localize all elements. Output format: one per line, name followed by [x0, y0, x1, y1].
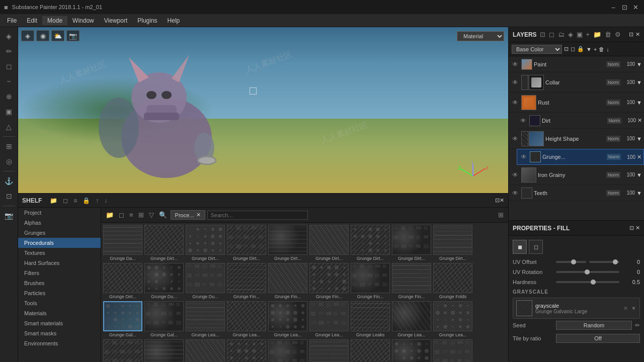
shelf-grid-item-30[interactable]: Grunge Ma... — [227, 339, 266, 362]
shelf-cat-tools[interactable]: Tools — [18, 298, 101, 308]
shelf-grid-item-9[interactable]: Grunge Dirt... — [103, 263, 142, 299]
channel-icon-3[interactable]: 🔒 — [577, 46, 584, 52]
layer-paint-blend[interactable]: Norm — [606, 61, 620, 67]
shelf-grid-item-21[interactable]: Grunge Lea... — [227, 301, 266, 337]
shelf-cat-smart-materials[interactable]: Smart materials — [18, 318, 101, 328]
tool-fill[interactable]: ▣ — [2, 105, 16, 119]
layer-dirt-del[interactable]: ✕ — [637, 117, 642, 124]
view-sphere-btn[interactable]: ◉ — [36, 30, 49, 41]
uv-offset-handle-x[interactable] — [571, 259, 576, 264]
channel-icon-1[interactable]: ⊡ — [564, 46, 569, 52]
layers-expand-icon[interactable]: ⊡ — [629, 31, 633, 38]
shelf-tb-grid[interactable]: ≡ — [128, 210, 135, 220]
shelf-grid-item-25[interactable]: Grunge Lea... — [392, 301, 431, 337]
view-cam-btn[interactable]: 📷 — [66, 30, 79, 41]
shelf-expand-icon[interactable]: ⊡ — [495, 197, 500, 204]
layer-height-blend[interactable]: Norm — [606, 136, 620, 142]
viewport[interactable]: 人人素材社区 人人素材社区 人人素材社区 人人素材社区 — [18, 27, 508, 193]
menu-plugins[interactable]: Plugins — [132, 16, 162, 25]
shelf-tb-list[interactable]: ◻ — [117, 210, 126, 220]
shelf-tb-folder[interactable]: 📁 — [104, 210, 115, 220]
hardness-track[interactable] — [556, 281, 619, 283]
shelf-grid-item-1[interactable]: Grunge Dirt... — [144, 225, 184, 261]
menu-file[interactable]: File — [2, 16, 22, 25]
shelf-grid-item-34[interactable]: Grunge Gri... — [392, 339, 431, 362]
shelf-grid-item-11[interactable]: Grunge Du... — [186, 263, 225, 299]
shelf-grid-item-12[interactable]: Grunge Fin... — [227, 263, 266, 299]
props-icon-close[interactable]: ✕ — [635, 225, 640, 231]
layer-grunge-del[interactable]: ✕ — [637, 154, 641, 160]
tool-geometry[interactable]: △ — [2, 120, 16, 134]
shelf-grid-item-0[interactable]: Grunge Da... — [103, 225, 142, 261]
material-dropdown[interactable]: Material Albedo Roughness Metallic Norma… — [457, 31, 504, 41]
props-icon-expand[interactable]: ⊡ — [629, 225, 634, 231]
uv-rotation-handle[interactable] — [585, 269, 590, 275]
shelf-lock-icon[interactable]: 🔒 — [80, 196, 92, 205]
shelf-grid-item-2[interactable]: Grunge Dirt... — [186, 225, 225, 261]
shelf-cat-alphas[interactable]: Alphas — [18, 218, 101, 228]
layer-delete-icon[interactable]: 🗑 — [604, 30, 612, 39]
close-button[interactable]: ✕ — [631, 3, 640, 12]
shelf-grid-item-16[interactable]: Grunge Fin... — [392, 263, 431, 299]
shelf-active-tab[interactable]: Proce... ✕ — [171, 210, 205, 220]
layer-paint[interactable]: 👁 Paint Norm 100 ▼ — [509, 56, 644, 72]
shelf-cat-particles[interactable]: Particles — [18, 288, 101, 298]
tool-camera[interactable]: 📷 — [2, 209, 16, 223]
shelf-tab-close[interactable]: ✕ — [196, 212, 201, 218]
shelf-cat-grunges[interactable]: Grunges — [18, 228, 101, 238]
shelf-view-toggle[interactable]: ⊞ — [497, 210, 505, 220]
shelf-cat-brushes[interactable]: Brushes — [18, 278, 101, 288]
shelf-export-icon[interactable]: ↓ — [102, 196, 109, 205]
shelf-grid-item-29[interactable]: Grunge Ma... — [186, 339, 225, 362]
layer-teeth-del[interactable]: ▼ — [636, 190, 642, 196]
shelf-list-icon[interactable]: ≡ — [71, 196, 79, 205]
tool-clone[interactable]: ⊕ — [2, 89, 16, 104]
layer-icon-2[interactable]: ◻ — [548, 30, 555, 39]
shelf-grid-item-15[interactable]: Grunge Fin... — [351, 263, 390, 299]
layer-iron[interactable]: 👁 Iron Grainy Norm 100 ▼ — [509, 165, 644, 185]
layer-teeth-eye[interactable]: 👁 — [511, 189, 520, 198]
channel-icon-7[interactable]: ↓ — [606, 46, 609, 52]
layer-rust-del[interactable]: ▼ — [636, 100, 642, 106]
shelf-folder-icon[interactable]: 📁 — [48, 196, 59, 205]
layer-icon-6[interactable]: + — [585, 30, 591, 39]
menu-mode[interactable]: Mode — [42, 16, 67, 25]
layer-icon-9[interactable]: ⚙ — [614, 30, 622, 39]
shelf-import-icon[interactable]: ↑ — [94, 196, 101, 205]
shelf-grid-item-20[interactable]: Grunge Lea... — [186, 301, 225, 337]
menu-edit[interactable]: Edit — [22, 16, 42, 25]
fill-color-icon[interactable]: ◼ — [513, 240, 527, 254]
shelf-grid-item-28[interactable]: Grunge Ma... — [144, 339, 184, 362]
grayscale-chevron[interactable]: ▼ — [631, 305, 636, 311]
layer-icon-1[interactable]: ⊡ — [539, 30, 546, 39]
shelf-grid-item-22[interactable]: Grunge Lea... — [268, 301, 307, 337]
menu-viewport[interactable]: Viewport — [99, 16, 132, 25]
channel-icon-2[interactable]: ◻ — [571, 46, 575, 52]
shelf-grid-item-24[interactable]: Grunge Leaks — [351, 301, 390, 337]
channel-select[interactable]: Base Color Roughness Metallic Normal Hei… — [512, 45, 562, 54]
layer-dirt-eye[interactable]: 👁 — [519, 116, 528, 125]
layer-height-del[interactable]: ▼ — [636, 136, 642, 142]
shelf-grid-item-23[interactable]: Grunge Lea... — [309, 301, 349, 337]
layer-icon-7[interactable]: 📁 — [592, 30, 602, 39]
minimize-button[interactable]: – — [609, 3, 618, 12]
hardness-handle[interactable] — [591, 280, 596, 285]
shelf-cat-textures[interactable]: Textures — [18, 248, 101, 258]
shelf-cat-filters[interactable]: Filters — [18, 268, 101, 278]
tool-transform[interactable]: ⊞ — [2, 139, 16, 153]
uv-offset-track-x[interactable] — [556, 261, 586, 263]
tool-smudge[interactable]: ~ — [2, 74, 16, 88]
shelf-tb-options[interactable]: ⊞ — [137, 210, 145, 220]
maximize-button[interactable]: ⊡ — [620, 3, 629, 12]
layer-teeth-blend[interactable]: Norm — [606, 190, 620, 196]
shelf-grid-item-7[interactable]: Grunge Dirt... — [392, 225, 431, 261]
view-3d-btn[interactable]: ◈ — [21, 30, 34, 41]
view-env-btn[interactable]: ⛅ — [51, 30, 64, 41]
shelf-grid-item-33[interactable]: Grunge Gri... — [351, 339, 390, 362]
layer-height-eye[interactable]: 👁 — [511, 134, 520, 143]
layer-dirt[interactable]: 👁 Dirt Norm 100 ✕ — [517, 113, 644, 129]
shelf-cat-smart-masks[interactable]: Smart masks — [18, 328, 101, 338]
shelf-grid-item-17[interactable]: Grunge Folds — [433, 263, 472, 299]
seed-value[interactable]: Random — [556, 321, 632, 330]
shelf-grid-item-32[interactable]: Grunge Gri... — [309, 339, 349, 362]
